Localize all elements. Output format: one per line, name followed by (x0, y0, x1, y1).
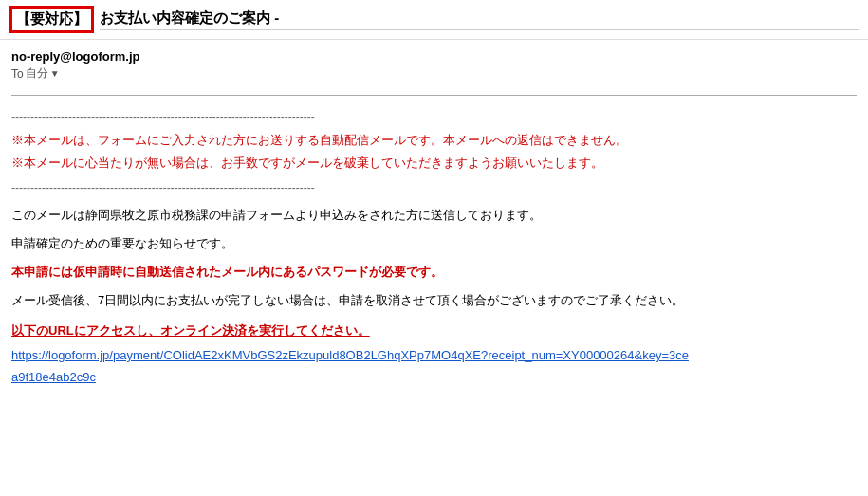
url-line1: https://logoform.jp/payment/COlidAE2xKMV… (11, 348, 689, 362)
sender-section: no-reply@logoform.jp To 自分 ▼ (0, 40, 868, 87)
notice-block: ※本メールは、フォームにご入力された方にお送りする自動配信メールです。本メールへ… (11, 130, 857, 174)
subject-rest: お支払い内容確定のご案内 - (100, 9, 859, 30)
to-label: To (11, 67, 24, 81)
url-line2: a9f18e4ab2c9c (11, 370, 96, 384)
separator-top: ----------------------------------------… (11, 107, 857, 126)
notice-line-2: ※本メールに心当たりが無い場合は、お手数ですがメールを破棄していただきますようお… (11, 153, 857, 174)
notice-line-1: ※本メールは、フォームにご入力された方にお送りする自動配信メールです。本メールへ… (11, 130, 857, 151)
email-body: ----------------------------------------… (0, 103, 868, 399)
cta-text: 以下のURLにアクセスし、オンライン決済を実行してください。 (11, 321, 857, 341)
subject-bracketed: 【要対応】 (9, 6, 94, 33)
sender-email: no-reply@logoform.jp (11, 49, 857, 64)
to-recipient: 自分 (26, 65, 48, 82)
dropdown-arrow-icon[interactable]: ▼ (50, 68, 60, 79)
separator-bottom: ----------------------------------------… (11, 178, 857, 197)
body-paragraph-1: このメールは静岡県牧之原市税務課の申請フォームより申込みをされた方に送信しており… (11, 205, 857, 226)
body-paragraph-3: 本申請には仮申請時に自動送信されたメール内にあるパスワードが必要です。 (11, 262, 857, 283)
body-paragraph-4: メール受信後、7日間以内にお支払いが完了しない場合は、申請を取消させて頂く場合が… (11, 290, 857, 311)
to-line[interactable]: To 自分 ▼ (11, 65, 857, 82)
email-container: 【要対応】 お支払い内容確定のご案内 - no-reply@logoform.j… (0, 0, 868, 399)
payment-url[interactable]: https://logoform.jp/payment/COlidAE2xKMV… (11, 345, 857, 387)
divider (11, 95, 857, 96)
body-paragraph-2: 申請確定のための重要なお知らせです。 (11, 233, 857, 254)
subject-bar: 【要対応】 お支払い内容確定のご案内 - (0, 0, 868, 40)
